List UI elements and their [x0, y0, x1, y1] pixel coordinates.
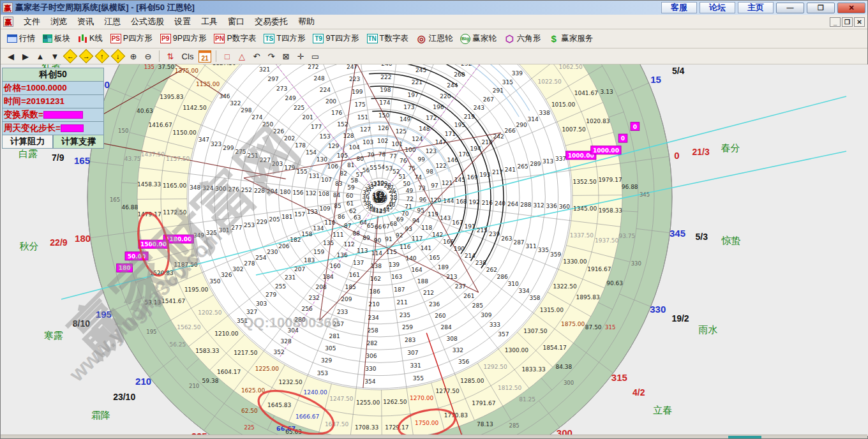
svg-text:143: 143 — [440, 215, 451, 221]
svg-text:37.50: 37.50 — [158, 64, 174, 70]
restore-button[interactable]: ❐ — [807, 3, 835, 13]
svg-text:243: 243 — [474, 105, 484, 111]
svg-text:白露: 白露 — [19, 148, 38, 159]
svg-text:1277.50: 1277.50 — [436, 388, 460, 394]
child-minimize-button[interactable]: _ — [830, 17, 841, 27]
svg-text:165: 165 — [429, 255, 440, 261]
svg-text:191: 191 — [465, 223, 475, 230]
menu-item-10[interactable]: 帮助 — [293, 15, 320, 29]
menu-item-2[interactable]: 浏览 — [45, 15, 72, 29]
child-restore-button[interactable]: ❐ — [842, 17, 853, 27]
svg-text:128: 128 — [343, 133, 354, 139]
menu-item-8[interactable]: 窗口 — [223, 15, 250, 29]
toolbar-P9-button[interactable]: P99P四方形 — [156, 31, 211, 46]
child-close-button[interactable]: ✕ — [854, 17, 865, 27]
gann-wheel-chart[interactable]: 1234567891011121314151617181920212223242… — [1, 64, 868, 436]
svg-text:1000.00: 1000.00 — [593, 147, 619, 154]
svg-text:50: 50 — [403, 181, 410, 187]
toolbar-T9-button[interactable]: T99T四方形 — [309, 31, 363, 46]
nav-right-icon[interactable]: ▶ — [19, 50, 32, 63]
svg-text:302: 302 — [232, 266, 243, 272]
shift-down-icon[interactable]: ↓ — [111, 49, 126, 64]
toolbar-blocks-button[interactable]: 板块 — [39, 31, 74, 46]
customer-service-button[interactable]: 客服 — [661, 2, 697, 13]
svg-text:225: 225 — [244, 424, 254, 431]
nav-left-icon[interactable]: ◀ — [4, 50, 17, 63]
toolbar-PS-button[interactable]: PSP四方形 — [107, 31, 156, 46]
shift-left-icon[interactable]: ← — [63, 49, 78, 64]
svg-text:194: 194 — [470, 145, 481, 152]
toolbar-hex-button[interactable]: ⬡六角形 — [500, 31, 545, 46]
svg-text:125: 125 — [396, 128, 407, 135]
toolbar-PN-button[interactable]: PNP数字表 — [210, 31, 260, 46]
svg-text:96.88: 96.88 — [622, 184, 638, 190]
svg-text:338: 338 — [539, 110, 550, 116]
homepage-button[interactable]: 主页 — [738, 2, 774, 13]
svg-text:336: 336 — [546, 203, 557, 209]
svg-text:225: 225 — [294, 105, 304, 111]
zoom-in-icon[interactable]: ⊕ — [127, 50, 140, 63]
zoom-out-icon[interactable]: ⊖ — [142, 50, 154, 63]
toolbar-label: 9T四方形 — [326, 33, 359, 44]
grid-icon — [7, 34, 17, 43]
toolbar-grid-button[interactable]: 行情 — [3, 31, 39, 46]
shift-right-icon[interactable]: → — [79, 49, 94, 64]
calc-resistance-button[interactable]: 计算阻力 — [2, 135, 53, 149]
svg-text:246: 246 — [381, 64, 392, 67]
forum-button[interactable]: 论坛 — [700, 2, 735, 13]
toolbar-candles-button[interactable]: K线 — [74, 31, 107, 46]
svg-text:84: 84 — [333, 192, 341, 198]
rotate-ccw-icon[interactable]: ↶ — [250, 50, 263, 63]
svg-text:333: 333 — [490, 322, 500, 328]
svg-text:214: 214 — [465, 253, 475, 259]
menu-item-4[interactable]: 江恩 — [99, 15, 126, 29]
menu-item-1[interactable]: 文件 — [19, 15, 45, 29]
svg-text:328: 328 — [281, 338, 292, 345]
svg-text:201: 201 — [303, 114, 313, 121]
nav-up-icon[interactable]: ▲ — [34, 50, 47, 63]
menu-item-9[interactable]: 交易委托 — [250, 15, 293, 29]
box-x-icon[interactable]: ⊠ — [280, 50, 292, 63]
toolbar-label: 江恩轮 — [429, 33, 453, 44]
menu-item-3[interactable]: 资讯 — [72, 15, 99, 29]
toolbar-dollar-button[interactable]: $赢家服务 — [544, 31, 597, 46]
nav-down-icon[interactable]: ▼ — [49, 50, 61, 63]
menu-item-7[interactable]: 工具 — [196, 15, 223, 29]
app-logo-icon: 赢 — [3, 3, 13, 13]
svg-text:59: 59 — [347, 184, 355, 191]
svg-text:惊蛰: 惊蛰 — [721, 235, 741, 246]
svg-text:78: 78 — [378, 151, 386, 158]
triangle-tool-icon[interactable]: △ — [236, 50, 248, 63]
svg-text:92: 92 — [396, 232, 403, 239]
close-button[interactable]: ✕ — [837, 3, 865, 13]
svg-text:90: 90 — [374, 237, 382, 244]
toolbar-TN-button[interactable]: TNT数字表 — [363, 31, 412, 46]
rotate-cw-icon[interactable]: ↷ — [265, 50, 278, 63]
toolbar-wheel-button[interactable]: ◎江恩轮 — [412, 31, 457, 46]
center-focus-icon[interactable]: ✛ — [294, 50, 307, 63]
updown-step-icon[interactable]: ⇅ — [164, 50, 177, 63]
svg-text:315: 315 — [605, 324, 615, 331]
svg-text:霜降: 霜降 — [91, 410, 110, 420]
presentation-icon[interactable]: ▭ — [309, 50, 322, 63]
calendar-icon[interactable]: 21 — [198, 50, 211, 63]
shift-up-icon[interactable]: ↑ — [95, 49, 110, 64]
svg-text:159: 159 — [313, 249, 324, 255]
calc-support-button[interactable]: 计算支撑 — [53, 135, 104, 149]
svg-text:49: 49 — [406, 188, 414, 194]
square-tool-icon[interactable]: □ — [221, 50, 234, 63]
cls-icon[interactable]: Cls — [179, 50, 197, 63]
svg-text:255: 255 — [275, 283, 286, 290]
toolbar-separator — [216, 50, 216, 62]
svg-text:71: 71 — [405, 204, 412, 210]
svg-text:78.13: 78.13 — [477, 421, 493, 428]
toolbar-TS-button[interactable]: TST四方形 — [260, 31, 309, 46]
svg-text:95: 95 — [417, 207, 424, 214]
scroll-indicator[interactable] — [728, 436, 761, 438]
minimize-button[interactable]: — — [776, 3, 804, 13]
toolbar-Big-button[interactable]: Big赢家轮 — [456, 31, 500, 46]
menu-item-5[interactable]: 公式选股 — [126, 15, 169, 29]
svg-text:60: 60 — [346, 193, 354, 199]
svg-text:218: 218 — [482, 139, 493, 145]
menu-item-6[interactable]: 设置 — [169, 15, 196, 29]
